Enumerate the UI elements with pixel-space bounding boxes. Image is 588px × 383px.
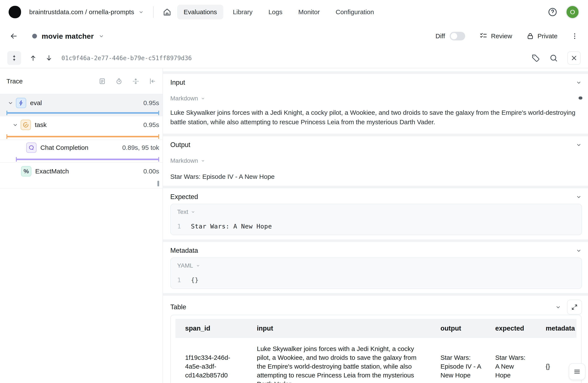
back-arrow-icon[interactable] xyxy=(9,32,18,40)
format-select[interactable]: YAML xyxy=(177,262,575,269)
collapse-vertical-icon[interactable] xyxy=(132,78,139,85)
collapse-left-icon[interactable] xyxy=(149,78,156,85)
trace-span-id: 01c9f46a-2e77-446e-b79e-c51ff8979d36 xyxy=(62,55,192,62)
input-section: Input Markdown Luke Skywalker joins forc… xyxy=(163,74,588,134)
span-duration: 0.95s xyxy=(144,99,163,107)
span-name: Chat Completion xyxy=(40,144,88,151)
table-row[interactable]: 1f19c334-246d-4a5e-a3df-cd14a2b857d0 Luk… xyxy=(175,338,576,383)
format-label: Markdown xyxy=(170,95,198,102)
trace-toolbar: 01c9f46a-2e77-446e-b79e-c51ff8979d36 xyxy=(0,48,588,68)
section-divider xyxy=(163,186,588,188)
chevron-down-icon[interactable] xyxy=(98,33,105,39)
span-duration: 0.95s xyxy=(144,121,163,129)
review-label: Review xyxy=(491,32,512,40)
lock-icon xyxy=(526,32,534,40)
span-name: task xyxy=(35,121,47,129)
expected-section: Expected Text 1 Star Wars: A New Hope xyxy=(163,188,588,239)
output-text: Star Wars: Episode IV - A New Hope xyxy=(170,172,582,181)
column-header[interactable]: input xyxy=(252,319,435,338)
expected-editor[interactable]: Text 1 Star Wars: A New Hope xyxy=(170,204,582,235)
column-header[interactable]: output xyxy=(435,319,490,338)
chevron-down-icon[interactable] xyxy=(576,194,582,200)
span-detail-panel: Input Markdown Luke Skywalker joins forc… xyxy=(163,68,588,383)
timeline-bar-eval xyxy=(6,112,159,114)
tab-logs[interactable]: Logs xyxy=(262,5,289,19)
tag-icon[interactable] xyxy=(531,54,540,62)
diff-toggle[interactable] xyxy=(450,32,465,40)
private-label: Private xyxy=(538,32,558,40)
kebab-menu-icon[interactable] xyxy=(571,32,579,40)
percent-icon: % xyxy=(21,166,31,177)
diff-label: Diff xyxy=(436,32,445,40)
line-number: 1 xyxy=(177,276,191,284)
chevron-down-icon[interactable] xyxy=(576,79,582,86)
timeline-bar-task xyxy=(6,136,159,137)
table-section: Table span_id input output expected meta… xyxy=(163,296,588,383)
format-select[interactable]: Markdown xyxy=(170,157,582,164)
tab-configuration[interactable]: Configuration xyxy=(329,5,380,19)
divider xyxy=(153,6,154,18)
scrollbar-thumb[interactable] xyxy=(579,96,582,99)
check-circle-icon xyxy=(21,120,31,130)
trace-row-exactmatch[interactable]: % ExactMatch 0.00s xyxy=(0,163,163,188)
trace-row-task[interactable]: task 0.95s xyxy=(0,116,163,140)
section-title: Output xyxy=(170,141,190,149)
chevron-down-icon[interactable] xyxy=(576,248,582,254)
format-select[interactable]: Markdown xyxy=(170,95,582,102)
timer-icon[interactable] xyxy=(115,78,123,85)
format-label: Markdown xyxy=(170,157,198,164)
chevron-down-icon[interactable] xyxy=(555,304,561,310)
format-label: YAML xyxy=(177,262,193,269)
line-number: 1 xyxy=(177,223,191,230)
span-duration: 0.89s, 95 tok xyxy=(122,144,163,151)
cell-expected: Star Wars: A New Hope xyxy=(490,347,541,383)
section-title: Table xyxy=(170,303,186,311)
trace-row-eval[interactable]: eval 0.95s xyxy=(0,94,163,116)
row-menu-button[interactable] xyxy=(569,363,586,380)
input-text: Luke Skywalker joins forces with a Jedi … xyxy=(170,108,582,127)
tab-monitor[interactable]: Monitor xyxy=(292,5,326,19)
chevron-down-icon[interactable] xyxy=(8,100,13,106)
cell-input: Luke Skywalker joins forces with a Jedi … xyxy=(252,338,435,383)
next-row-arrow-down-icon[interactable] xyxy=(45,54,53,62)
help-icon[interactable] xyxy=(548,7,558,17)
page-header: movie matcher Diff Review Private xyxy=(0,24,588,48)
column-header[interactable]: expected xyxy=(490,319,541,338)
nav-tabs: Evaluations Library Logs Monitor Configu… xyxy=(177,5,380,19)
page-title[interactable]: movie matcher xyxy=(42,32,94,40)
format-label: Text xyxy=(177,208,188,215)
section-divider xyxy=(163,134,588,136)
chevron-down-icon[interactable] xyxy=(138,9,144,15)
private-button[interactable]: Private xyxy=(526,32,558,40)
breadcrumb[interactable]: braintrustdata.com / ornella-prompts xyxy=(29,8,134,16)
output-section: Output Markdown Star Wars: Episode IV - … xyxy=(163,136,588,186)
avatar[interactable]: O xyxy=(566,5,579,19)
review-button[interactable]: Review xyxy=(479,32,512,40)
column-header[interactable]: metadata xyxy=(541,319,576,338)
tab-evaluations[interactable]: Evaluations xyxy=(177,5,223,19)
chevron-down-icon[interactable] xyxy=(12,122,18,128)
span-name: eval xyxy=(30,99,42,107)
timeline-bar-exactmatch xyxy=(157,181,159,186)
span-details-icon[interactable] xyxy=(99,78,106,85)
collapse-panel-button[interactable] xyxy=(7,51,21,65)
search-icon[interactable] xyxy=(549,54,558,62)
close-trace-button[interactable] xyxy=(567,51,581,65)
expand-table-button[interactable] xyxy=(567,300,582,315)
metadata-editor[interactable]: YAML 1 {} xyxy=(170,257,582,289)
section-title: Input xyxy=(170,79,185,86)
dataset-table: span_id input output expected metadata 1… xyxy=(170,315,582,383)
format-select[interactable]: Text xyxy=(177,208,575,215)
prev-row-arrow-up-icon[interactable] xyxy=(29,54,37,62)
column-header[interactable]: span_id xyxy=(175,319,252,338)
chevron-down-icon[interactable] xyxy=(576,142,582,148)
expected-code: Star Wars: A New Hope xyxy=(191,223,272,230)
cell-output: Star Wars: Episode IV - A New Hope xyxy=(435,347,490,383)
trace-tree-panel: Trace xyxy=(0,68,163,383)
home-icon[interactable] xyxy=(163,7,172,17)
top-nav: braintrustdata.com / ornella-prompts Eva… xyxy=(0,0,588,24)
trace-row-chat-completion[interactable]: Chat Completion 0.89s, 95 tok xyxy=(0,140,163,163)
checklist-icon xyxy=(479,32,487,40)
span-name: ExactMatch xyxy=(35,168,69,175)
tab-library[interactable]: Library xyxy=(226,5,259,19)
